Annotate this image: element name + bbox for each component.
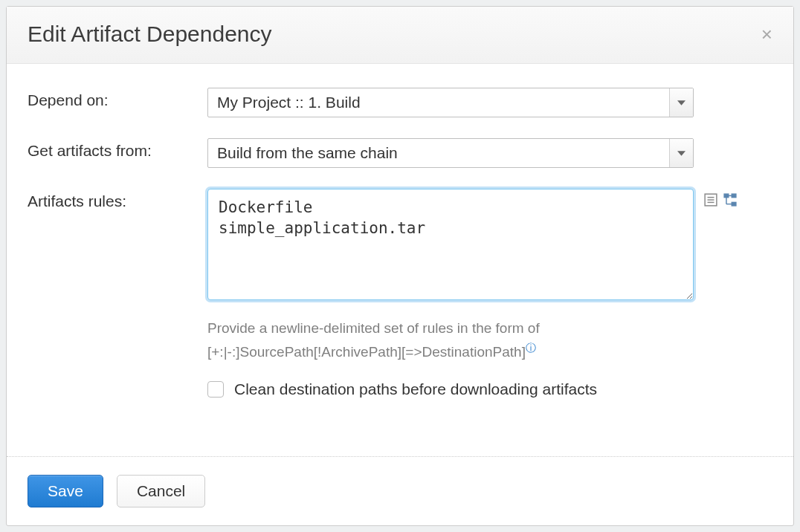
hint-line1: Provide a newline-delimited set of rules…: [207, 320, 540, 336]
clean-destination-label: Clean destination paths before downloadi…: [234, 380, 597, 398]
depend-on-row: Depend on: My Project :: 1. Build: [28, 88, 772, 117]
artifacts-rules-textarea[interactable]: [207, 189, 694, 300]
close-icon[interactable]: ×: [761, 25, 772, 44]
save-button[interactable]: Save: [28, 475, 103, 507]
artifacts-rules-hint: Provide a newline-delimited set of rules…: [207, 317, 698, 364]
cancel-button[interactable]: Cancel: [117, 475, 205, 507]
dialog-header: Edit Artifact Dependency ×: [7, 7, 793, 64]
get-artifacts-from-select[interactable]: Build from the same chain: [207, 138, 694, 168]
dialog-footer: Save Cancel: [7, 456, 793, 525]
dialog-body: Depend on: My Project :: 1. Build Get ar…: [7, 64, 793, 456]
svg-rect-5: [732, 194, 736, 198]
get-artifacts-from-label: Get artifacts from:: [28, 138, 207, 168]
depend-on-select[interactable]: My Project :: 1. Build: [207, 88, 694, 117]
clean-destination-checkbox[interactable]: [207, 381, 224, 398]
chevron-down-icon: [669, 139, 693, 167]
list-icon[interactable]: [704, 193, 717, 207]
help-icon[interactable]: ⓘ: [526, 342, 536, 354]
edit-artifact-dependency-dialog: Edit Artifact Dependency × Depend on: My…: [6, 6, 794, 526]
get-artifacts-from-value: Build from the same chain: [217, 144, 398, 162]
hint-line2: [+:|-:]SourcePath[!ArchivePath][=>Destin…: [207, 345, 526, 360]
dialog-title: Edit Artifact Dependency: [28, 22, 272, 47]
rules-side-icons: [704, 193, 737, 207]
depend-on-label: Depend on:: [28, 88, 207, 117]
depend-on-value: My Project :: 1. Build: [217, 94, 361, 111]
clean-destination-row: Clean destination paths before downloadi…: [207, 380, 772, 398]
get-artifacts-from-row: Get artifacts from: Build from the same …: [28, 138, 772, 168]
chevron-down-icon: [669, 88, 693, 117]
artifacts-rules-row: Artifacts rules:: [28, 189, 772, 300]
svg-rect-6: [732, 202, 736, 206]
artifacts-rules-label: Artifacts rules:: [28, 189, 207, 210]
tree-icon[interactable]: [723, 193, 737, 207]
